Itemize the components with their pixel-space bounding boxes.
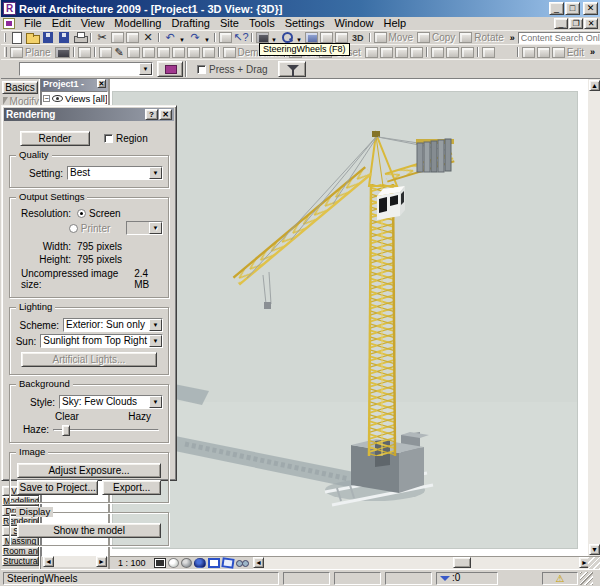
haze-slider-thumb[interactable]	[62, 425, 70, 436]
project-browser-icon[interactable]	[256, 32, 269, 43]
work-plane-icon[interactable]	[10, 47, 23, 58]
printer-dpi-combo[interactable]: ▼	[126, 221, 163, 235]
background-style-combo[interactable]: Sky: Few Clouds ▼	[59, 395, 163, 409]
tab-structural[interactable]: Structural	[2, 556, 39, 566]
combo-dropdown-arrow[interactable]: ▼	[149, 335, 162, 347]
sun-position-combo[interactable]: Sunlight from Top Right ▼	[40, 334, 163, 348]
mirror-icon[interactable]	[410, 47, 423, 58]
window-resize-grip[interactable]	[580, 572, 593, 585]
combo-dropdown-arrow[interactable]: ▼	[139, 63, 152, 75]
group-icon[interactable]	[365, 47, 378, 58]
delete-icon[interactable]: ✕	[140, 31, 156, 44]
render-button[interactable]: Render	[20, 131, 90, 146]
export-button[interactable]: Export...	[102, 480, 161, 495]
scroll-down-button[interactable]: ▼	[589, 544, 600, 555]
spline-icon[interactable]	[127, 47, 140, 58]
undo-icon[interactable]: ↶	[162, 31, 178, 44]
temporary-hide-isolate-icon[interactable]	[236, 558, 248, 568]
tree-expander-icon[interactable]: −	[43, 95, 50, 102]
search-input[interactable]	[521, 33, 600, 43]
detail-level-icon[interactable]	[154, 558, 166, 568]
toolbar-overflow-chevron[interactable]: »	[510, 33, 515, 43]
3d-view-icon[interactable]: 3D	[352, 33, 364, 43]
horizontal-scroll-thumb[interactable]	[453, 557, 471, 568]
move-button[interactable]: Move	[389, 32, 413, 43]
cube-icon[interactable]	[187, 47, 200, 58]
maximize-button[interactable]: □	[565, 2, 580, 15]
rendering-dialog-icon[interactable]	[194, 558, 206, 568]
dialog-close-icon[interactable]: ✕	[159, 109, 172, 120]
save-to-project-button[interactable]: Save to Project...	[17, 480, 98, 495]
match-icon[interactable]	[482, 47, 495, 58]
cut-icon[interactable]: ✂	[94, 31, 110, 44]
cutline-icon[interactable]	[537, 47, 550, 58]
array-icon[interactable]	[395, 47, 408, 58]
scroll-left-button[interactable]: ◄	[253, 557, 264, 568]
tape-measure-icon[interactable]	[99, 47, 112, 58]
browser-scroll-right-button[interactable]: ►	[96, 556, 107, 567]
context-help-icon[interactable]: ↖?	[233, 31, 249, 44]
browser-scroll-left-button[interactable]: ◄	[43, 556, 54, 567]
rotate-icon[interactable]	[459, 32, 472, 43]
project-browser-caption[interactable]: Project1 - Pr... ✕	[41, 79, 108, 91]
view-scale[interactable]: 1 : 100	[118, 558, 146, 568]
scroll-up-button[interactable]: ▲	[589, 80, 600, 91]
redo-dropdown-icon[interactable]	[203, 31, 212, 44]
press-drag-checkbox[interactable]	[197, 65, 206, 74]
combo-dropdown-arrow[interactable]: ▼	[149, 319, 162, 331]
ungroup-icon[interactable]	[380, 47, 393, 58]
dynamic-view-icon[interactable]	[320, 32, 333, 43]
menu-edit[interactable]: Edit	[47, 17, 76, 30]
doc-restore-button[interactable]: ❐	[569, 18, 583, 29]
browser-close-icon[interactable]: ✕	[97, 79, 106, 88]
dimension-icon[interactable]	[219, 32, 232, 43]
copy-button[interactable]: Copy	[432, 32, 455, 43]
save-icon[interactable]	[40, 31, 56, 44]
horizontal-scrollbar[interactable]: ◄ ►	[253, 557, 590, 569]
pencil-icon[interactable]: ✎	[113, 46, 126, 59]
visibility-icon[interactable]	[305, 32, 318, 43]
rendering-dialog-titlebar[interactable]: Rendering ? ✕	[4, 108, 174, 121]
split-icon[interactable]	[78, 47, 91, 58]
screen-radio[interactable]	[77, 209, 86, 218]
drawing-area[interactable]: ▲ ▼ 1 : 100 ◄ ►	[108, 79, 600, 569]
linework-icon[interactable]	[522, 47, 535, 58]
element-properties-button[interactable]	[157, 61, 183, 77]
tab-basics[interactable]: Basics	[2, 81, 38, 94]
undo-dropdown-icon[interactable]	[178, 31, 187, 44]
orbit-icon[interactable]	[335, 32, 348, 43]
menu-site[interactable]: Site	[215, 17, 244, 30]
haze-slider[interactable]	[53, 429, 159, 431]
open-icon[interactable]	[24, 31, 40, 44]
close-button[interactable]: ✕	[583, 2, 598, 15]
grid-icon[interactable]	[202, 47, 215, 58]
doc-close-button[interactable]: ✕	[584, 18, 598, 29]
warning-status[interactable]: ⚠	[542, 572, 578, 585]
show-the-model-button[interactable]: Show the model	[17, 523, 161, 538]
link-icon[interactable]	[461, 47, 474, 58]
region-checkbox[interactable]	[104, 134, 113, 143]
save-as-icon[interactable]	[56, 31, 72, 44]
fill-region-icon[interactable]	[55, 47, 70, 58]
printer-radio[interactable]	[69, 224, 78, 233]
toolbar-grip[interactable]	[4, 33, 6, 42]
door-icon[interactable]	[142, 47, 155, 58]
crop-view-icon[interactable]	[208, 558, 220, 568]
quality-setting-combo[interactable]: Best ▼	[67, 166, 163, 180]
doc-minimize-button[interactable]: _	[554, 18, 568, 29]
artificial-lights-button[interactable]: Artificial Lights...	[21, 352, 157, 367]
vertical-scrollbar[interactable]: ▲ ▼	[588, 79, 600, 556]
adjust-exposure-button[interactable]: Adjust Exposure...	[17, 463, 161, 478]
model-graphics-style-icon[interactable]	[168, 558, 179, 568]
rotate-button[interactable]: Rotate	[474, 32, 503, 43]
menu-settings[interactable]: Settings	[280, 17, 330, 30]
window-icon[interactable]	[157, 47, 170, 58]
unpin-icon[interactable]	[446, 47, 459, 58]
paint-icon[interactable]	[172, 47, 185, 58]
sketch-icon[interactable]	[552, 47, 565, 58]
combo-dropdown-arrow[interactable]: ▼	[149, 396, 162, 408]
menu-modelling[interactable]: Modelling	[109, 17, 166, 30]
content-search-box[interactable]	[518, 32, 600, 44]
filter-status[interactable]: :0	[436, 572, 498, 585]
menu-file[interactable]: File	[19, 17, 47, 30]
